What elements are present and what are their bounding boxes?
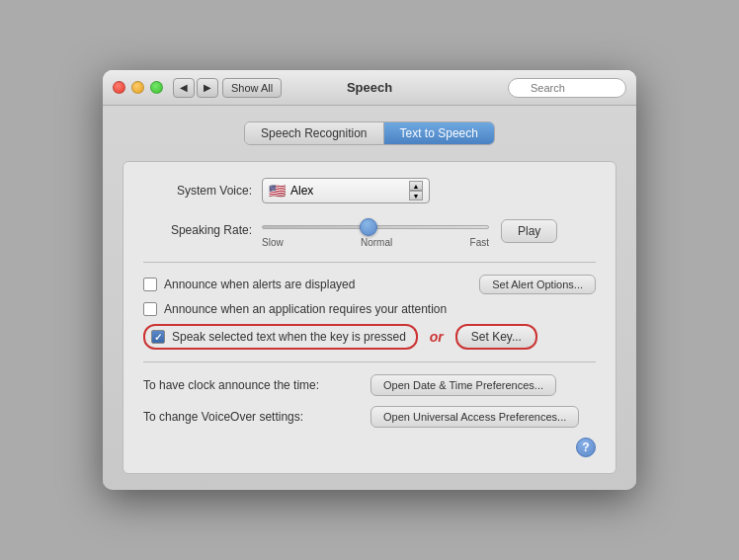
- back-button[interactable]: ◀: [173, 78, 195, 98]
- voice-stepper[interactable]: ▲ ▼: [409, 181, 423, 200]
- main-window: ◀ ▶ Show All Speech 🔍 Speech Recognition…: [103, 70, 636, 490]
- clock-label: To have clock announce the time:: [143, 378, 370, 392]
- app-label: Announce when an application requires yo…: [164, 302, 447, 316]
- traffic-lights: [113, 81, 163, 94]
- close-button[interactable]: [113, 81, 125, 94]
- nav-buttons: ◀ ▶: [173, 78, 218, 98]
- open-datetime-button[interactable]: Open Date & Time Preferences...: [370, 374, 556, 396]
- play-button[interactable]: Play: [501, 219, 557, 243]
- speaking-rate-row: Speaking Rate: Slow Normal Fast Play: [143, 215, 596, 250]
- open-universal-access-button[interactable]: Open Universal Access Preferences...: [370, 406, 579, 428]
- speak-label: Speak selected text when the key is pres…: [172, 330, 406, 344]
- settings-panel: System Voice: 🇺🇸 Alex ▲ ▼ Speaking Rate:: [123, 161, 616, 474]
- stepper-down[interactable]: ▼: [409, 191, 423, 200]
- help-area: ?: [143, 438, 596, 457]
- speaking-rate-slider-container: Slow Normal Fast: [262, 219, 489, 250]
- rate-fast-label: Fast: [470, 237, 489, 248]
- alert-checkbox[interactable]: [143, 278, 157, 291]
- content-area: Speech Recognition Text to Speech System…: [103, 106, 636, 490]
- slider-track[interactable]: [262, 219, 489, 235]
- tab-speech-recognition[interactable]: Speech Recognition: [245, 122, 383, 144]
- help-button[interactable]: ?: [576, 438, 596, 457]
- voiceover-label: To change VoiceOver settings:: [143, 410, 370, 424]
- slider-line: [262, 225, 489, 229]
- voice-select[interactable]: 🇺🇸 Alex ▲ ▼: [262, 178, 430, 203]
- tab-group: Speech Recognition Text to Speech: [244, 121, 495, 145]
- clock-row: To have clock announce the time: Open Da…: [143, 374, 596, 396]
- divider: [143, 262, 596, 263]
- search-input[interactable]: [508, 78, 626, 98]
- set-key-button[interactable]: Set Key...: [455, 324, 537, 350]
- rate-normal-label: Normal: [361, 237, 392, 248]
- speak-key-row: Speak selected text when the key is pres…: [143, 324, 596, 350]
- app-checkbox[interactable]: [143, 302, 157, 316]
- slider-thumb[interactable]: [360, 218, 377, 236]
- voice-flag: 🇺🇸: [269, 183, 286, 199]
- show-all-button[interactable]: Show All: [222, 78, 282, 98]
- system-voice-label: System Voice:: [143, 184, 252, 198]
- system-voice-row: System Voice: 🇺🇸 Alex ▲ ▼: [143, 178, 596, 203]
- or-label: or: [430, 329, 444, 345]
- alert-checkbox-row: Announce when alerts are displayed Set A…: [143, 275, 596, 294]
- set-alert-options-button[interactable]: Set Alert Options...: [479, 275, 596, 294]
- divider-2: [143, 361, 596, 362]
- tab-text-to-speech[interactable]: Text to Speech: [384, 122, 494, 144]
- app-checkbox-row: Announce when an application requires yo…: [143, 302, 596, 316]
- speaking-rate-label: Speaking Rate:: [143, 219, 252, 237]
- search-container: 🔍: [508, 78, 626, 98]
- maximize-button[interactable]: [150, 81, 163, 94]
- minimize-button[interactable]: [131, 81, 144, 94]
- slider-labels: Slow Normal Fast: [262, 235, 489, 250]
- alert-label: Announce when alerts are displayed: [164, 278, 355, 291]
- title-bar: ◀ ▶ Show All Speech 🔍: [103, 70, 636, 106]
- voice-name: Alex: [290, 184, 405, 198]
- stepper-up[interactable]: ▲: [409, 181, 423, 191]
- window-title: Speech: [347, 80, 392, 95]
- speak-row-highlighted: Speak selected text when the key is pres…: [143, 324, 418, 350]
- speak-checkbox[interactable]: [151, 330, 165, 344]
- voiceover-row: To change VoiceOver settings: Open Unive…: [143, 406, 596, 428]
- forward-button[interactable]: ▶: [197, 78, 218, 98]
- rate-slow-label: Slow: [262, 237, 284, 248]
- tab-bar: Speech Recognition Text to Speech: [123, 121, 616, 145]
